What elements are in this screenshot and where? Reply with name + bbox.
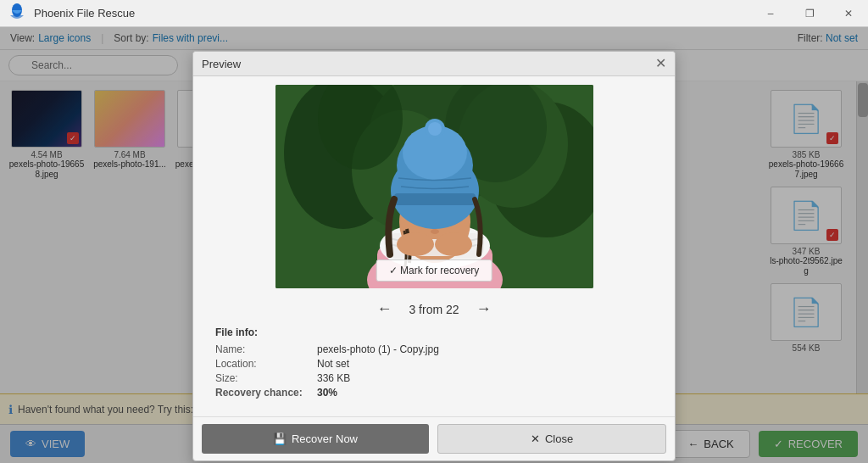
recovery-value: 30%	[317, 387, 337, 399]
modal-close-x-button[interactable]: ✕	[655, 57, 666, 70]
x-icon: ✕	[531, 432, 540, 445]
modal-overlay: Preview ✕	[0, 27, 868, 463]
file-info-section: File info: Name: pexels-photo (1) - Copy…	[202, 323, 666, 408]
info-row-recovery: Recovery chance: 30%	[215, 387, 653, 399]
info-row-size: Size: 336 KB	[215, 372, 653, 384]
next-arrow-button[interactable]: →	[476, 300, 492, 318]
preview-image-container: ✓ Mark for recovery	[275, 85, 593, 288]
close-button[interactable]: ✕	[829, 0, 868, 27]
window-controls: – ❐ ✕	[751, 0, 868, 27]
app-title: Phoenix File Rescue	[34, 7, 135, 20]
recovery-label: Recovery chance:	[215, 387, 317, 399]
close-modal-button[interactable]: ✕ Close	[437, 424, 666, 454]
mark-for-recovery-button[interactable]: ✓ Mark for recovery	[376, 259, 492, 282]
preview-photo	[275, 85, 593, 288]
restore-button[interactable]: ❐	[790, 0, 829, 27]
info-row-location: Location: Not set	[215, 358, 653, 370]
title-bar: Phoenix File Rescue – ❐ ✕	[0, 0, 868, 27]
modal-header: Preview ✕	[193, 52, 675, 76]
svg-point-27	[428, 122, 442, 136]
name-value: pexels-photo (1) - Copy.jpg	[317, 343, 439, 355]
file-info-title: File info:	[215, 326, 653, 338]
app-logo	[7, 3, 27, 24]
minimize-button[interactable]: –	[751, 0, 790, 27]
save-icon: 💾	[273, 432, 287, 445]
prev-arrow-button[interactable]: ←	[376, 300, 392, 318]
svg-point-20	[397, 232, 434, 256]
modal-footer: 💾 Recover Now ✕ Close	[193, 416, 675, 460]
svg-rect-25	[394, 193, 476, 205]
location-label: Location:	[215, 358, 317, 370]
name-label: Name:	[215, 343, 317, 355]
info-row-name: Name: pexels-photo (1) - Copy.jpg	[215, 343, 653, 355]
size-value: 336 KB	[317, 372, 350, 384]
size-label: Size:	[215, 372, 317, 384]
svg-point-21	[435, 232, 472, 256]
main-area: View: Large icons | Sort by: Files with …	[0, 27, 868, 463]
preview-modal: Preview ✕	[192, 51, 676, 461]
nav-row: ← 3 from 22 →	[376, 300, 491, 318]
modal-body: ✓ Mark for recovery ← 3 from 22 → File i…	[193, 76, 675, 416]
recover-now-button[interactable]: 💾 Recover Now	[202, 424, 429, 454]
location-value: Not set	[317, 358, 349, 370]
modal-title: Preview	[202, 58, 241, 70]
svg-point-18	[431, 229, 439, 234]
nav-count: 3 from 22	[409, 303, 459, 316]
